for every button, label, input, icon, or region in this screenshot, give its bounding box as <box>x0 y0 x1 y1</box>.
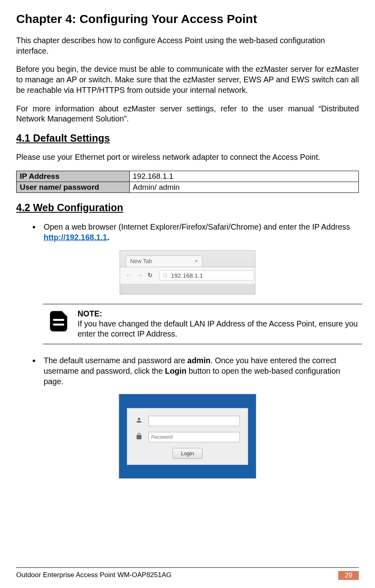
b2-b2: Login <box>165 366 186 375</box>
forward-icon[interactable]: → <box>136 271 143 280</box>
url-bar[interactable]: 🗋 192.168.1.1 <box>159 270 254 280</box>
note-icon <box>46 309 71 339</box>
browser-screenshot: New Tab × ← → ↻ 🗋 192.168.1.1 <box>120 250 255 295</box>
list-item: Open a web browser (Internet Explorer/Fi… <box>40 222 359 243</box>
b2-b1: admin <box>188 356 211 365</box>
username-password-label: User name/ password <box>17 182 130 193</box>
note-box: NOTE: If you have changed the default LA… <box>43 303 362 345</box>
default-settings-table: IP Address 192.168.1.1 User name/ passwo… <box>16 171 359 193</box>
section-4-2-heading: 4.2 Web Configuration <box>16 202 359 213</box>
svg-rect-1 <box>53 319 64 321</box>
login-panel: Login <box>127 408 248 465</box>
login-button-row: Login <box>135 448 240 459</box>
password-input[interactable] <box>148 432 240 442</box>
ip-link[interactable]: http://192.168.1.1 <box>44 233 107 242</box>
step-list-2: The default username and password are ad… <box>16 355 359 387</box>
b2-p1: The default username and password are <box>44 356 188 365</box>
footer-product-name: Outdoor Enterprise Access Point WM-OAP82… <box>16 571 172 580</box>
step-list: Open a web browser (Internet Explorer/Fi… <box>16 222 359 243</box>
note-content: NOTE: If you have changed the default LA… <box>78 309 359 339</box>
reload-icon[interactable]: ↻ <box>147 272 153 279</box>
login-screenshot: Login <box>119 394 256 479</box>
browser-tab[interactable]: New Tab × <box>126 255 202 267</box>
intro-paragraph-2: Before you begin, the device must be abl… <box>16 64 359 95</box>
note-text: If you have changed the default LAN IP A… <box>78 319 359 339</box>
intro-paragraph-1: This chapter describes how to configure … <box>16 36 359 56</box>
page-number: 29 <box>338 571 359 580</box>
ip-address-label: IP Address <box>17 171 130 182</box>
section-4-1-heading: 4.1 Default Settings <box>16 132 359 144</box>
intro-paragraph-3: For more information about ezMaster serv… <box>16 104 359 124</box>
table-row: IP Address 192.168.1.1 <box>17 171 359 182</box>
browser-toolbar: ← → ↻ 🗋 192.168.1.1 <box>120 267 255 284</box>
url-text: 192.168.1.1 <box>171 272 203 279</box>
page-footer: Outdoor Enterprise Access Point WM-OAP82… <box>16 567 359 580</box>
bullet-1-suffix: . <box>107 233 109 242</box>
note-title: NOTE: <box>78 309 359 319</box>
username-row <box>135 416 240 426</box>
username-input[interactable] <box>148 416 240 426</box>
svg-rect-2 <box>53 323 64 325</box>
user-icon <box>135 416 143 425</box>
close-icon[interactable]: × <box>195 258 198 264</box>
lock-icon <box>135 433 143 442</box>
section-4-1-text: Please use your Ethernet port or wireles… <box>16 152 359 163</box>
bullet-1-prefix: Open a web browser (Internet Explorer/Fi… <box>44 222 350 231</box>
file-icon: 🗋 <box>163 272 168 278</box>
back-icon[interactable]: ← <box>125 271 132 280</box>
username-password-value: Admin/ admin <box>129 182 359 193</box>
ip-address-value: 192.168.1.1 <box>129 171 359 182</box>
tab-label: New Tab <box>130 258 152 264</box>
list-item: The default username and password are ad… <box>40 355 359 387</box>
login-button[interactable]: Login <box>173 448 202 459</box>
chapter-title: Chapter 4: Configuring Your Access Point <box>16 12 359 26</box>
table-row: User name/ password Admin/ admin <box>17 182 359 193</box>
password-row <box>135 432 240 442</box>
